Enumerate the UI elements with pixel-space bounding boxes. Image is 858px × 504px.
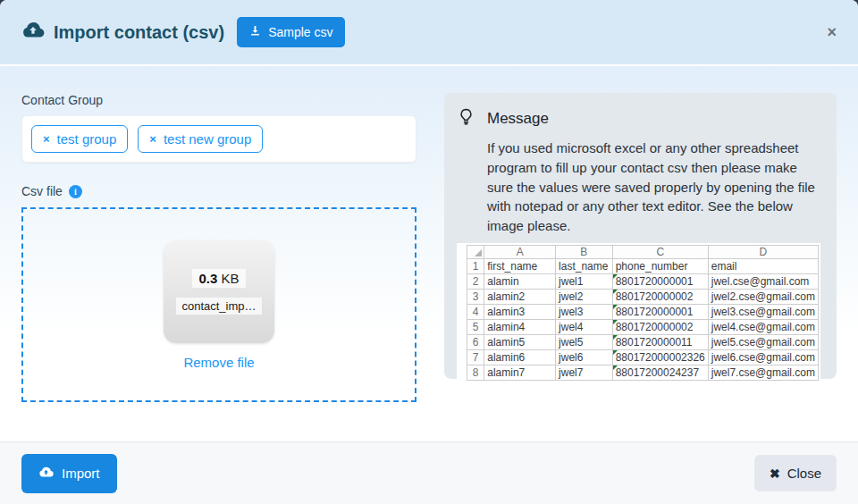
contact-group-field[interactable]: × test group × test new group <box>21 115 416 163</box>
cell: alamin7 <box>484 365 556 380</box>
remove-file-link[interactable]: Remove file <box>183 355 254 370</box>
sample-csv-button[interactable]: Sample csv <box>237 17 344 47</box>
uploaded-file-card: 0.3 KB contact_imp… <box>164 240 274 343</box>
table-row: 1 first_name last_name phone_number emai… <box>467 258 819 273</box>
table-row: 8 alamin7 jwel7 88017200024237 jwel7.cse… <box>467 365 819 380</box>
sheet-col-header: A <box>484 245 556 258</box>
cell: alamin5 <box>484 334 556 349</box>
cell: jwel1 <box>556 273 613 289</box>
tag-label: test group <box>57 131 117 147</box>
import-contact-modal: Import contact (csv) Sample csv × Contac… <box>0 0 858 504</box>
cell: 8801720000011 <box>612 334 708 349</box>
sheet-col-header: C <box>612 245 708 258</box>
cell: first_name <box>484 258 556 273</box>
cell: jwel2 <box>556 289 613 304</box>
row-number: 6 <box>467 334 484 349</box>
sheet-col-header: D <box>708 245 818 258</box>
file-size-value: 0.3 <box>198 271 217 286</box>
row-number: 7 <box>467 349 484 365</box>
cell: alamin <box>484 273 556 289</box>
file-size-unit: KB <box>222 271 240 286</box>
cell: 8801720000002 <box>612 289 708 304</box>
cell: jwel.cse@gmail.com <box>708 273 818 289</box>
table-row: 3 alamin2 jwel2 8801720000002 jwel2.cse@… <box>467 289 819 304</box>
page-title: Import contact (csv) <box>54 22 224 43</box>
sheet-col-header: B <box>556 245 613 258</box>
message-text: If you used microsoft excel or any other… <box>487 139 820 236</box>
csv-file-label-row: Csv file i <box>21 184 416 198</box>
cloud-upload-icon <box>38 465 54 483</box>
cell: alamin2 <box>484 289 556 304</box>
cell: jwel4.cse@gmail.com <box>708 319 818 334</box>
cell: jwel4 <box>556 319 613 334</box>
sheet-corner-cell <box>467 245 484 258</box>
cell: 88017200024237 <box>612 365 708 380</box>
contact-group-label: Contact Group <box>21 93 416 107</box>
table-row: 5 alamin4 jwel4 8801720000002 jwel4.cse@… <box>467 319 819 334</box>
cell: 8801720000001 <box>612 304 708 319</box>
row-number: 4 <box>467 304 484 319</box>
cell: jwel3 <box>556 304 613 319</box>
spreadsheet-table: A B C D 1 first_name last_name phone_num… <box>467 245 819 381</box>
import-button-label: Import <box>62 466 100 481</box>
close-x-icon: ✖ <box>770 466 780 481</box>
cell: 8801720000001 <box>612 273 708 289</box>
cell: email <box>708 258 818 273</box>
cell: 880172000002326 <box>612 349 708 365</box>
message-panel: Message If you used microsoft excel or a… <box>444 93 837 379</box>
row-number: 8 <box>467 365 484 380</box>
table-row: 4 alamin3 jwel3 8801720000001 jwel3.cse@… <box>467 304 819 319</box>
tag-label: test new group <box>164 131 251 147</box>
cell: jwel3.cse@gmail.com <box>708 304 818 319</box>
sample-csv-label: Sample csv <box>268 25 332 39</box>
lightbulb-icon <box>457 107 475 130</box>
tag-remove-icon[interactable]: × <box>43 133 50 145</box>
table-row: 7 alamin6 jwel6 880172000002326 jwel6.cs… <box>467 349 819 365</box>
sheet-header-row: A B C D <box>467 245 819 258</box>
left-column: Contact Group × test group × test new gr… <box>21 93 416 402</box>
modal-footer: Import ✖ Close <box>0 441 858 504</box>
tag-remove-icon[interactable]: × <box>149 133 156 145</box>
row-number: 1 <box>467 258 484 273</box>
modal-body: Contact Group × test group × test new gr… <box>0 66 858 441</box>
cell: jwel2.cse@gmail.com <box>708 289 818 304</box>
csv-dropzone[interactable]: 0.3 KB contact_imp… Remove file <box>21 207 416 402</box>
tag-test-group[interactable]: × test group <box>31 125 128 153</box>
row-number: 2 <box>467 273 484 289</box>
info-icon[interactable]: i <box>69 185 82 198</box>
file-size: 0.3 KB <box>192 269 245 288</box>
title-wrap: Import contact (csv) <box>21 19 224 46</box>
cell: last_name <box>556 258 613 273</box>
row-number: 5 <box>467 319 484 334</box>
download-icon <box>248 24 262 40</box>
table-row: 6 alamin5 jwel5 8801720000011 jwel5.cse@… <box>467 334 819 349</box>
close-button[interactable]: ✖ Close <box>754 455 837 491</box>
spreadsheet-image: A B C D 1 first_name last_name phone_num… <box>457 243 820 382</box>
modal-close-icon[interactable]: × <box>827 24 837 40</box>
cell: jwel7.cse@gmail.com <box>708 365 818 380</box>
message-heading: Message <box>487 110 549 128</box>
cell: jwel6.cse@gmail.com <box>708 349 818 365</box>
cell: alamin6 <box>484 349 556 365</box>
cell: alamin3 <box>484 304 556 319</box>
close-button-label: Close <box>787 466 821 481</box>
file-name: contact_imp… <box>176 298 261 315</box>
cell: jwel5 <box>556 334 613 349</box>
csv-file-label: Csv file <box>21 184 63 198</box>
cell: jwel7 <box>556 365 613 380</box>
cell: alamin4 <box>484 319 556 334</box>
cell: jwel5.cse@gmail.com <box>708 334 818 349</box>
tag-test-new-group[interactable]: × test new group <box>138 125 263 153</box>
cell: phone_number <box>612 258 708 273</box>
import-button[interactable]: Import <box>21 454 117 493</box>
cell: 8801720000002 <box>612 319 708 334</box>
row-number: 3 <box>467 289 484 304</box>
cell: jwel6 <box>556 349 613 365</box>
cloud-upload-icon <box>21 19 45 46</box>
message-heading-row: Message <box>457 107 820 130</box>
modal-header: Import contact (csv) Sample csv × <box>0 0 858 66</box>
table-row: 2 alamin jwel1 8801720000001 jwel.cse@gm… <box>467 273 819 289</box>
